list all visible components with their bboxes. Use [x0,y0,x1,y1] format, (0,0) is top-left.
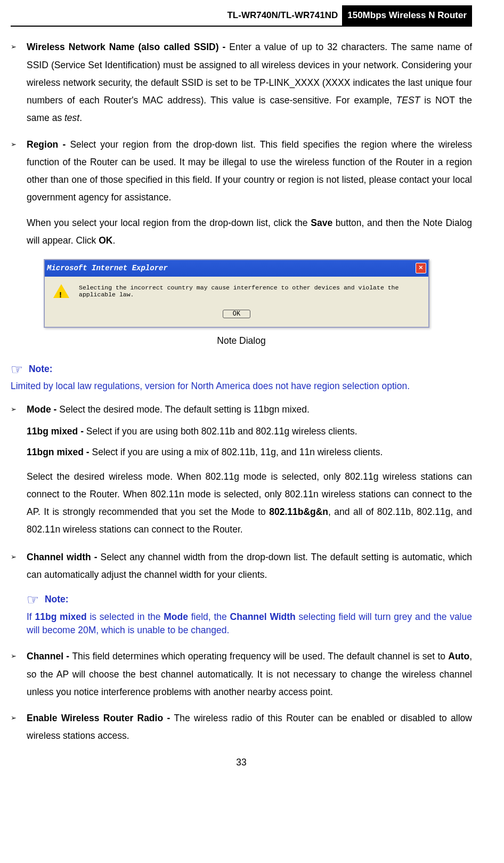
dialog-message: Selecting the incorrect country may caus… [79,284,422,299]
mode-pb: 802.11b&g&n [269,506,328,517]
cn-b2: Mode [164,611,188,622]
region-para2: When you select your local region from t… [27,214,472,250]
mode-label: Mode - [27,404,59,415]
mode-l1b: 11bg mixed - [27,426,86,437]
cn-b1: 11bg mixed [35,611,87,622]
channel-body: Channel - This field determines which op… [27,648,472,701]
bullet-icon: ➢ [11,401,27,418]
region-p2a: When you select your local region from t… [27,217,311,228]
dialog-content: Selecting the incorrect country may caus… [45,277,428,302]
radio-label: Enable Wireless Router Radio - [27,713,174,723]
ssid-label: Wireless Network Name (also called SSID)… [27,42,229,52]
item-channel: ➢ Channel - This field determines which … [11,648,472,701]
mode-line2: 11bgn mixed - Select if you are using a … [27,443,472,461]
bullet-icon: ➢ [11,709,27,745]
chwidth-note-text: If 11bg mixed is selected in the Mode fi… [27,610,472,638]
dialog-titlebar: Microsoft Internet Explorer × [45,260,428,277]
mode-body: Mode - Select the desired mode. The defa… [27,401,472,418]
ssid-body: Wireless Network Name (also called SSID)… [27,38,472,127]
cn-c: field, the [188,611,230,622]
item-chwidth: ➢ Channel width - Select any channel wid… [11,549,472,640]
region-p2c: . [112,235,115,246]
bullet-icon: ➢ [11,38,27,127]
channel-ta: This field determines which operating fr… [72,651,448,662]
note-hand-icon: ☞ [27,592,39,608]
note-hand-icon: ☞ [11,361,23,377]
region-save: Save [311,217,332,228]
region-ok: OK [99,235,112,246]
item-region: ➢ Region - Select your region from the d… [11,136,472,250]
item-ssid: ➢ Wireless Network Name (also called SSI… [11,38,472,127]
mode-l2b: 11bgn mixed - [27,447,92,457]
close-icon[interactable]: × [416,263,426,273]
chwidth-note-head: ☞ Note: [27,590,472,610]
radio-body: Enable Wireless Router Radio - The wirel… [27,709,472,745]
mode-l2: Select if you are using a mix of 802.11b… [92,447,383,457]
bullet-icon: ➢ [11,648,27,701]
cn-b3: Channel Width [230,611,296,622]
warning-icon [53,284,69,298]
note-dialog-figure: Microsoft Internet Explorer × Selecting … [44,259,472,328]
mode-line1: 11bg mixed - Select if you are using bot… [27,423,472,440]
note-label: Note: [29,364,53,374]
region-text: Select your region from the drop-down li… [27,139,472,203]
mode-l1: Select if you are using both 802.11b and… [86,426,357,437]
header-product: 150Mbps Wireless N Router [342,5,472,27]
mode-para: Select the desired wireless mode. When 8… [27,468,472,539]
mode-text: Select the desired mode. The default set… [59,404,310,415]
channel-auto: Auto [448,651,469,662]
note-block: ☞ Note: [11,360,472,380]
region-body: Region - Select your region from the dro… [27,136,472,250]
dialog-window: Microsoft Internet Explorer × Selecting … [44,259,429,328]
bullet-icon: ➢ [11,136,27,250]
cn-a: If [27,611,35,622]
dialog-title-text: Microsoft Internet Explorer [47,261,168,276]
dialog-button-row: OK [45,302,428,327]
note-text: Limited by local law regulations, versio… [11,380,472,393]
note-label2: Note: [45,594,69,605]
cn-b: is selected in the [87,611,164,622]
item-radio: ➢ Enable Wireless Router Radio - The wir… [11,709,472,745]
ssid-end: . [79,112,82,123]
chwidth-body: Channel width - Select any channel width… [27,549,472,640]
channel-label: Channel - [27,651,72,662]
chwidth-label: Channel width - [27,552,101,562]
ssid-italic1: TEST [396,95,420,106]
page-number: 33 [11,754,472,771]
dialog-caption: Note Dialog [11,332,472,350]
region-label: Region - [27,139,70,150]
item-mode: ➢ Mode - Select the desired mode. The de… [11,401,472,418]
ok-button[interactable]: OK [223,310,250,318]
bullet-icon: ➢ [11,549,27,640]
header-model: TL-WR740N/TL-WR741ND [11,5,342,27]
page-header: TL-WR740N/TL-WR741ND 150Mbps Wireless N … [11,5,472,27]
ssid-italic2: test [64,112,79,123]
